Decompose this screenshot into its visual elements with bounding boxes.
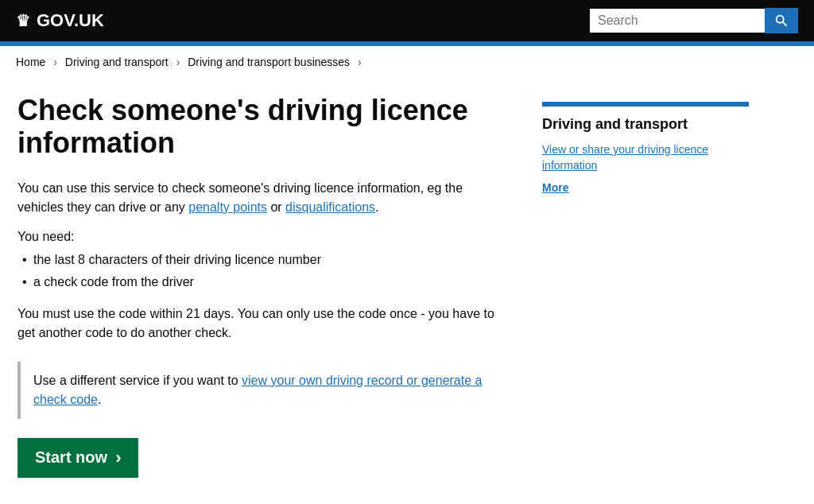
sidebar-more-link[interactable]: More bbox=[542, 181, 749, 194]
gov-uk-text: GOV.UK bbox=[37, 10, 104, 31]
content-area: Check someone's driving licence informat… bbox=[17, 94, 510, 504]
search-form bbox=[590, 8, 798, 33]
breadcrumb-driving-transport[interactable]: Driving and transport bbox=[65, 56, 169, 68]
info-box-end: . bbox=[98, 393, 101, 406]
main-container: Check someone's driving licence informat… bbox=[2, 78, 812, 504]
page-title: Check someone's driving licence informat… bbox=[17, 94, 510, 160]
crown-icon: ♛ bbox=[16, 11, 30, 30]
chevron-right-icon: › bbox=[115, 448, 121, 468]
site-header: ♛ GOV.UK bbox=[0, 0, 814, 41]
info-box: Use a different service if you want to v… bbox=[17, 362, 510, 419]
sidebar-link-driving-licence[interactable]: View or share your driving licence infor… bbox=[542, 142, 749, 173]
breadcrumb-home[interactable]: Home bbox=[16, 56, 45, 68]
breadcrumb-businesses[interactable]: Driving and transport businesses bbox=[188, 56, 350, 68]
start-now-button[interactable]: Start now › bbox=[17, 438, 138, 478]
start-button-label: Start now bbox=[35, 448, 107, 467]
intro-end: . bbox=[375, 200, 378, 214]
you-need-label: You need: bbox=[17, 230, 510, 244]
intro-or: or bbox=[270, 200, 281, 214]
sidebar-title: Driving and transport bbox=[542, 116, 749, 133]
penalty-points-link[interactable]: penalty points bbox=[188, 200, 267, 214]
search-button[interactable] bbox=[765, 8, 798, 33]
breadcrumb-sep-1: › bbox=[53, 56, 57, 68]
warning-text: You must use the code within 21 days. Yo… bbox=[17, 304, 510, 343]
info-box-text: Use a different service if you want to bbox=[33, 374, 238, 387]
list-item: a check code from the driver bbox=[17, 273, 510, 292]
sidebar: Driving and transport View or share your… bbox=[542, 94, 749, 504]
disqualifications-link[interactable]: disqualifications bbox=[285, 200, 375, 214]
breadcrumb: Home › Driving and transport › Driving a… bbox=[0, 46, 814, 78]
requirements-list: the last 8 characters of their driving l… bbox=[17, 250, 510, 292]
intro-paragraph: You can use this service to check someon… bbox=[17, 179, 510, 217]
breadcrumb-sep-2: › bbox=[176, 56, 180, 68]
info-box-paragraph: Use a different service if you want to v… bbox=[33, 371, 498, 409]
search-icon bbox=[774, 14, 789, 28]
sidebar-accent-bar bbox=[542, 102, 749, 107]
list-item: the last 8 characters of their driving l… bbox=[17, 250, 510, 269]
search-input[interactable] bbox=[590, 9, 765, 33]
breadcrumb-sep-3: › bbox=[358, 56, 362, 68]
gov-uk-logo: ♛ GOV.UK bbox=[16, 10, 104, 31]
